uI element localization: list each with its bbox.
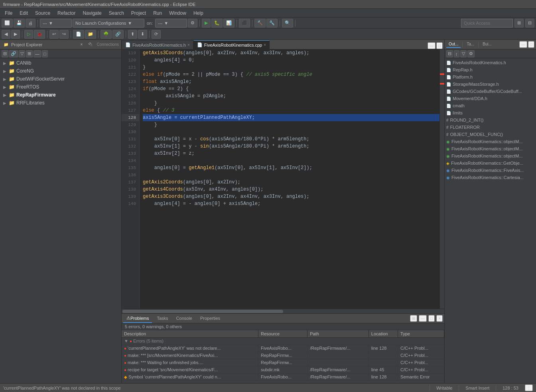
menu-help[interactable]: Help bbox=[190, 10, 207, 17]
oi-gcodes-h[interactable]: 📄 GCodes/GCodeBuffer/GCodeBuff... bbox=[445, 88, 536, 95]
debug2-button[interactable]: 🐞 bbox=[34, 30, 45, 39]
stop-button[interactable]: ⬛ bbox=[239, 19, 250, 28]
next-edit-button[interactable]: ↪ bbox=[59, 30, 69, 39]
print-button[interactable]: 🖨 bbox=[26, 19, 35, 28]
oi-reprap-h[interactable]: 📄 RepRap.h bbox=[445, 66, 536, 73]
run-button[interactable]: ▶ bbox=[202, 19, 211, 28]
oi-method-3[interactable]: ◉ FiveAxisRobotKinematics::objectM... bbox=[445, 152, 536, 160]
col-description[interactable]: Description bbox=[122, 330, 258, 337]
error-row-3[interactable]: ● make: *** Waiting for unfinished jobs.… bbox=[122, 359, 444, 366]
maximize-button[interactable]: □ bbox=[42, 50, 48, 57]
open-type-button[interactable]: 📄 bbox=[73, 30, 84, 39]
menu-window[interactable]: Window bbox=[166, 10, 189, 17]
new-button[interactable]: ⬜ bbox=[2, 19, 13, 28]
launch-config-dropdown[interactable]: No Launch Configurations ▼ bbox=[73, 19, 144, 28]
tree-item-rrf[interactable]: ▶ 📁 RRFLibraries bbox=[0, 99, 121, 107]
filter-button[interactable]: ▽ bbox=[19, 50, 25, 57]
search-button[interactable]: 🔍 bbox=[282, 19, 293, 28]
tab-properties[interactable]: Properties bbox=[197, 314, 223, 323]
filter-outline-btn[interactable]: ▽ bbox=[460, 50, 467, 57]
oi-limits[interactable]: 📄 limits bbox=[445, 109, 536, 116]
menu-run[interactable]: Run bbox=[150, 10, 165, 17]
oi-method-5[interactable]: ◉ FiveAxisRobotKinematics::FiveAxis... bbox=[445, 167, 536, 174]
minimize-button[interactable]: — bbox=[34, 50, 41, 57]
tree-item-coreng[interactable]: ▶ 📁 CoreNG bbox=[0, 67, 121, 75]
link-with-editor-button[interactable]: 🔗 bbox=[9, 50, 18, 57]
outline-tab-bui[interactable]: Bui... bbox=[480, 41, 494, 48]
tab-header-close[interactable]: × bbox=[187, 43, 190, 47]
menu-edit[interactable]: Edit bbox=[16, 10, 31, 17]
collapse-all-outline-btn[interactable]: ⊟ bbox=[446, 50, 453, 57]
col-resource[interactable]: Resource bbox=[258, 330, 307, 337]
error-row-1[interactable]: ● 'currentPlannedPathAngleXY' was not de… bbox=[122, 345, 444, 352]
menu-search[interactable]: Search bbox=[106, 10, 127, 17]
forward-button[interactable]: ▶ bbox=[11, 30, 20, 39]
tree-item-duet[interactable]: ▶ 📁 DuetWiFiSocketServer bbox=[0, 75, 121, 83]
problems-table[interactable]: Description Resource Path Location Type … bbox=[122, 330, 444, 383]
oi-floaterror[interactable]: # FLOATERROR bbox=[445, 124, 536, 131]
run-settings-button[interactable]: ⚙ bbox=[188, 19, 197, 28]
next-annotation-button[interactable]: ⬇ bbox=[138, 30, 147, 39]
col-path[interactable]: Path bbox=[307, 330, 369, 337]
oi-fiveaxis-h[interactable]: 📄 FiveAxisRobotKinematics.h bbox=[445, 59, 536, 66]
oi-movement-h[interactable]: 📄 Movement/DDA.h bbox=[445, 95, 536, 102]
prev-annotation-button[interactable]: ⬆ bbox=[128, 30, 137, 39]
oi-object-model[interactable]: # OBJECT_MODEL_FUNC() bbox=[445, 131, 536, 138]
menu-file[interactable]: File bbox=[2, 10, 16, 17]
tab-problems[interactable]: ⚠ Problems bbox=[123, 314, 152, 323]
tab-cpp-file[interactable]: 📄 FiveAxisRobotKinematics.cpp × bbox=[193, 40, 270, 49]
editor-minimize-btn[interactable]: — bbox=[428, 42, 436, 49]
save-button[interactable]: 💾 bbox=[14, 19, 25, 28]
close-left-panel-icon[interactable]: × bbox=[79, 42, 84, 47]
tab-header-file[interactable]: 📄 FiveAxisRobotKinematics.h × bbox=[122, 40, 193, 49]
sync-button[interactable]: ⟳ bbox=[152, 30, 161, 39]
menu-refactor[interactable]: Refactor bbox=[54, 10, 79, 17]
error-row-2[interactable]: ● make: *** [src/Movement/Kinematics/Fiv… bbox=[122, 352, 444, 359]
expand-icon[interactable]: ▼ bbox=[124, 339, 128, 343]
oi-platform-h[interactable]: 📄 Platform.h bbox=[445, 73, 536, 81]
tree-item-freertos[interactable]: ▶ 📁 FreeRTOS bbox=[0, 83, 121, 91]
error-row-4[interactable]: ● recipe for target 'src/Movement/Kinema… bbox=[122, 366, 444, 373]
outline-maximize-btn[interactable]: □ bbox=[528, 41, 534, 48]
hierarchy-button[interactable]: 🌳 bbox=[100, 30, 112, 39]
debug-button[interactable]: 🐛 bbox=[211, 19, 223, 28]
view-button[interactable]: ⊟ bbox=[525, 19, 534, 28]
run2-button[interactable]: ▷ bbox=[24, 30, 33, 39]
tree-item-canlib[interactable]: ▶ 📁 CANlib bbox=[0, 59, 121, 67]
bottom-new-view-btn[interactable]: ⊞ bbox=[410, 315, 417, 322]
tab-console[interactable]: Console bbox=[173, 314, 195, 323]
coverage-button[interactable]: 📊 bbox=[223, 19, 235, 28]
col-location[interactable]: Location bbox=[368, 330, 398, 337]
run-config-dropdown[interactable]: --- ▼ bbox=[40, 19, 72, 28]
sort-outline-btn[interactable]: ↕ bbox=[454, 50, 459, 57]
oi-method-1[interactable]: ◉ FiveAxisRobotKinematics::objectM... bbox=[445, 138, 536, 145]
status-menu-btn[interactable]: ⋮ bbox=[525, 384, 533, 391]
menu-source[interactable]: Source bbox=[32, 10, 53, 17]
prev-edit-button[interactable]: ↩ bbox=[49, 30, 59, 39]
tab-tasks[interactable]: Tasks bbox=[154, 314, 171, 323]
editor-scrollbar-h[interactable] bbox=[122, 309, 444, 313]
bottom-minimize-btn[interactable]: — bbox=[419, 315, 427, 322]
build-all-button[interactable]: 🔧 bbox=[266, 19, 278, 28]
collapse-all-button[interactable]: ⊟ bbox=[2, 50, 8, 57]
menu-navigate[interactable]: Navigate bbox=[79, 10, 104, 17]
run-on-dropdown[interactable]: --- ▼ bbox=[155, 19, 187, 28]
build-button[interactable]: 🔨 bbox=[254, 19, 266, 28]
open-resource-button[interactable]: 📁 bbox=[85, 30, 96, 39]
oi-cmath[interactable]: 📄 cmath bbox=[445, 102, 536, 109]
menu-project[interactable]: Project bbox=[128, 10, 149, 17]
oi-method-4[interactable]: ◈ FiveAxisRobotKinematics::GetObje... bbox=[445, 160, 536, 167]
oi-round2int[interactable]: # ROUND_2_INT() bbox=[445, 116, 536, 124]
bottom-maximize-btn[interactable]: □ bbox=[428, 315, 435, 322]
oi-method-6[interactable]: ◉ FiveAxisRobotKinematics::Cartesia... bbox=[445, 174, 536, 181]
back-button[interactable]: ◀ bbox=[2, 30, 10, 39]
new-window-button[interactable]: ⊞ bbox=[26, 50, 33, 57]
editor-scrollbar-v[interactable] bbox=[439, 49, 444, 309]
outline-tab-out[interactable]: Out... bbox=[446, 41, 461, 48]
outline-tab-ta[interactable]: Ta... bbox=[464, 41, 477, 48]
perspectives-button[interactable]: ⊞ bbox=[514, 19, 524, 28]
error-row-5[interactable]: ◆ Symbol 'currentPlannedPathAngleXY' cou… bbox=[122, 373, 444, 380]
oi-method-2[interactable]: ◉ FiveAxisRobotKinematics::objectM... bbox=[445, 145, 536, 152]
outline-minimize-btn[interactable]: — bbox=[519, 41, 527, 48]
tree-item-reprap[interactable]: ▶ 📁 RepRapFirmware bbox=[0, 91, 121, 99]
